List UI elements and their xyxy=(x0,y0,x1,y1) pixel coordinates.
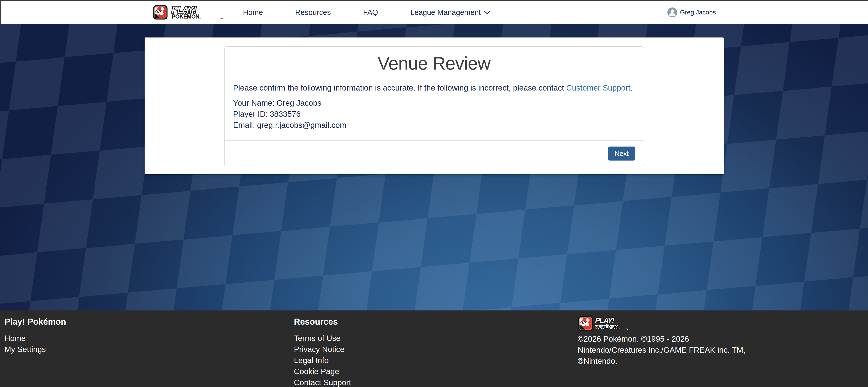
page-title: Venue Review xyxy=(224,53,644,74)
play-pokemon-logo[interactable]: PLAY! POKÉMON. TM xyxy=(153,5,223,20)
footer-link-cookie-page[interactable]: Cookie Page xyxy=(294,366,351,377)
footer-column-legal: PLAY! POKÉMON. TM ©2026 Pokémon. ©1995 -… xyxy=(578,311,745,366)
nav-item-league-management[interactable]: League Management xyxy=(410,8,490,17)
player-id-label: Player ID: xyxy=(233,109,268,118)
venue-review-card: Venue Review Please confirm the followin… xyxy=(145,37,724,174)
top-nav-inner: PLAY! POKÉMON. TM Home Resources FAQ Lea… xyxy=(145,1,724,24)
chevron-down-icon xyxy=(484,10,490,14)
play-pokemon-logo-wordmark: PLAY! POKÉMON. TM xyxy=(171,5,223,20)
footer-link-legal-info[interactable]: Legal Info xyxy=(294,355,351,366)
logo-pokemon-text: POKÉMON. xyxy=(595,324,619,330)
footer-link-privacy-notice[interactable]: Privacy Notice xyxy=(294,344,351,355)
nav-item-resources[interactable]: Resources xyxy=(295,8,331,17)
copyright-block: ©2026 Pokémon. ©1995 - 2026 Nintendo/Cre… xyxy=(578,333,745,366)
user-menu[interactable]: Greg Jacobs xyxy=(668,7,716,18)
next-button[interactable]: Next xyxy=(608,147,635,161)
player-name-label: Your Name: xyxy=(233,98,275,107)
main-content: Venue Review Please confirm the followin… xyxy=(0,24,868,311)
player-id-value: 3833576 xyxy=(270,109,301,118)
site-footer: Play! Pokémon Home My Settings Resources… xyxy=(0,311,868,387)
panel-body: Please confirm the following information… xyxy=(224,83,644,130)
panel-footer: Next xyxy=(224,140,644,166)
logo-pokemon-text: POKÉMON. xyxy=(172,13,200,20)
player-id-row: Player ID:3833576 xyxy=(233,108,635,120)
copyright-line-3: ®Nintendo. xyxy=(578,355,745,366)
player-info-block: Your Name:Greg Jacobs Player ID:3833576 … xyxy=(233,97,635,130)
confirm-instructions: Please confirm the following information… xyxy=(233,83,635,93)
user-name: Greg Jacobs xyxy=(680,9,716,16)
player-email-row: Email:greg.r.jacobs@gmail.com xyxy=(233,120,635,130)
customer-support-link[interactable]: Customer Support xyxy=(566,83,630,92)
play-pokemon-logo-icon xyxy=(578,316,593,331)
footer-link-contact-support[interactable]: Contact Support xyxy=(294,377,351,387)
footer-heading-play-pokemon: Play! Pokémon xyxy=(4,317,66,327)
copyright-line-2: Nintendo/Creatures Inc./GAME FREAK inc. … xyxy=(578,344,745,355)
logo-play-text: PLAY! xyxy=(595,316,615,324)
player-name-row: Your Name:Greg Jacobs xyxy=(233,97,635,108)
logo-tm-text: TM xyxy=(626,328,628,330)
footer-links-resources: Terms of Use Privacy Notice Legal Info C… xyxy=(294,332,351,387)
footer-column-resources: Resources Terms of Use Privacy Notice Le… xyxy=(294,311,351,387)
avatar-icon xyxy=(668,7,677,18)
player-email-label: Email: xyxy=(233,121,255,129)
nav-item-league-management-label: League Management xyxy=(410,8,481,17)
footer-link-terms-of-use[interactable]: Terms of Use xyxy=(294,332,351,344)
logo-tm-text: TM xyxy=(220,18,223,20)
main-nav: Home Resources FAQ League Management xyxy=(243,8,491,17)
player-email-value: greg.r.jacobs@gmail.com xyxy=(257,121,346,129)
play-pokemon-logo-wordmark: PLAY! POKÉMON. TM xyxy=(594,316,628,331)
nav-item-home[interactable]: Home xyxy=(243,8,263,17)
copyright-line-1: ©2026 Pokémon. ©1995 - 2026 xyxy=(578,333,745,344)
nav-item-faq[interactable]: FAQ xyxy=(363,8,378,17)
page: PLAY! POKÉMON. TM Home Resources FAQ Lea… xyxy=(0,0,868,387)
footer-column-play-pokemon: Play! Pokémon Home My Settings xyxy=(4,311,66,355)
footer-link-home[interactable]: Home xyxy=(4,332,66,344)
top-nav: PLAY! POKÉMON. TM Home Resources FAQ Lea… xyxy=(0,1,868,24)
play-pokemon-logo-icon xyxy=(153,5,167,20)
footer-heading-resources: Resources xyxy=(294,317,351,327)
confirm-instructions-period: . xyxy=(630,83,632,92)
confirm-instructions-text: Please confirm the following information… xyxy=(233,83,566,92)
player-name-value: Greg Jacobs xyxy=(277,98,321,107)
footer-links-play-pokemon: Home My Settings xyxy=(4,332,66,355)
venue-review-panel: Venue Review Please confirm the followin… xyxy=(224,46,644,166)
footer-logo: PLAY! POKÉMON. TM xyxy=(578,316,745,331)
footer-link-my-settings[interactable]: My Settings xyxy=(4,344,66,355)
